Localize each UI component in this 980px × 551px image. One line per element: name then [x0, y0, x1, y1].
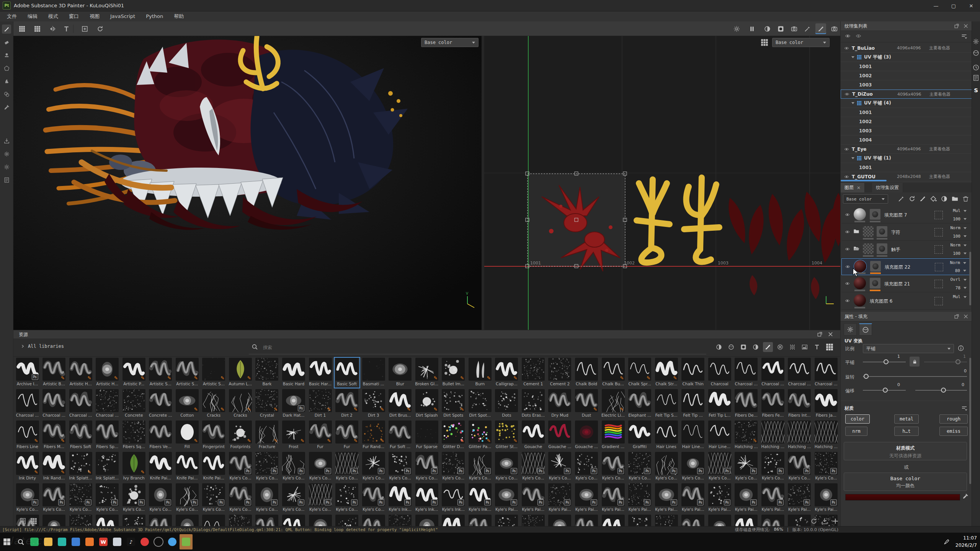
asset-kyle-s-co-[interactable]: Ps Kyle's Co... — [627, 451, 653, 483]
tiling-y-knob[interactable] — [956, 359, 960, 364]
asset-partial[interactable] — [387, 514, 413, 527]
app-qq[interactable] — [56, 534, 69, 549]
asset-dirt-splash[interactable]: ✎ Dirt Splash — [413, 388, 440, 420]
camera-icon[interactable] — [829, 23, 840, 34]
asset-calligrap-[interactable]: ✎ Calligrap... — [493, 357, 520, 388]
asset-kyle-s-co-[interactable]: Ps Kyle's Co... — [121, 483, 147, 514]
shelf-detail-view-icon[interactable] — [30, 518, 37, 525]
history-icon[interactable] — [95, 23, 105, 34]
folder-open-icon[interactable] — [853, 246, 860, 251]
layer-row-触手[interactable]: 触手 Norm100 — [841, 241, 970, 258]
asset-kyle-s-co-[interactable]: Ps Kyle's Co... — [174, 483, 200, 514]
viewport-splitter[interactable] — [482, 36, 484, 330]
material-view-icon[interactable] — [762, 23, 773, 34]
asset-partial[interactable] — [94, 514, 121, 527]
brush-filter-icon[interactable] — [763, 342, 773, 352]
asset-fur-sparse[interactable]: Fur Sparse — [413, 420, 440, 451]
asset-kyle-s-co-[interactable]: Ps Kyle's Co... — [706, 451, 733, 483]
uv-tile-1001[interactable]: 1001 — [841, 163, 972, 172]
magic-wand-icon[interactable] — [802, 23, 813, 34]
asset-charcoal-[interactable]: Charcoal ... — [786, 357, 813, 388]
asset-fibers-soft[interactable]: Fibers Soft — [67, 420, 94, 451]
asset-artistic-b-[interactable]: ✎ Artistic B... — [41, 357, 67, 388]
layer-opacity[interactable]: 100 — [953, 217, 960, 222]
asset-kyle-s-co-[interactable]: Ps Kyle's Co... — [147, 483, 174, 514]
asset-footprints[interactable]: ✎ Footprints — [227, 420, 253, 451]
asset-kyle-s-pai-[interactable]: Ps Kyle's Pai... — [733, 483, 760, 514]
texture-set-shader[interactable]: 主要着色器 — [929, 174, 950, 179]
asset-fur[interactable]: ✎ Fur — [307, 420, 333, 451]
asset-partial[interactable] — [147, 514, 174, 527]
asset-fracture[interactable]: ✎ Fracture — [254, 420, 280, 451]
layer-mask-thumbnail[interactable] — [870, 209, 880, 220]
app-office[interactable] — [83, 534, 96, 549]
asset-dirt-spots[interactable]: ✎ Dirt Spots — [440, 388, 467, 420]
popout-icon[interactable] — [954, 313, 960, 320]
asset-kyle-s-co-[interactable]: Ps Kyle's Co... — [227, 483, 253, 514]
blend-mode[interactable]: Norm — [951, 225, 961, 230]
asset-kyle-s-co-[interactable]: Ps Kyle's Co... — [334, 483, 360, 514]
tiling-x-knob[interactable] — [884, 359, 889, 364]
layer-mask-thumbnail[interactable] — [877, 243, 887, 254]
asset-partial[interactable] — [334, 514, 360, 527]
asset-kyle-s-co-[interactable]: Ps Kyle's Co... — [493, 451, 520, 483]
menu-文件[interactable]: 文件 — [2, 11, 22, 21]
tiling-y-slider[interactable] — [924, 362, 967, 362]
asset-partial[interactable] — [573, 514, 600, 527]
asset-kyle-s-ink-[interactable]: Ps Kyle's Ink... — [467, 483, 493, 514]
asset-partial[interactable] — [280, 514, 307, 527]
texture-list-icon[interactable] — [973, 75, 979, 81]
straighten-icon[interactable] — [61, 23, 72, 34]
asset-dirt-spot-[interactable]: Dirt Spot... — [467, 388, 493, 420]
asset-gouache-[interactable]: Gouache ... — [547, 420, 573, 451]
asset-kyle-s-co-[interactable]: Ps Kyle's Co... — [14, 483, 41, 514]
asset-ivy-branch[interactable]: ✎ Ivy Branch — [121, 451, 147, 483]
app-wps[interactable]: W — [97, 534, 110, 549]
layer-row-填充图层 22[interactable]: 填充图层 22 Norm80 — [841, 258, 970, 275]
asset-fibers-int-[interactable]: Fibers Int... — [786, 388, 813, 420]
menu-窗口[interactable]: 窗口 — [64, 11, 84, 21]
asset-partial[interactable] — [307, 514, 333, 527]
asset-hatching-[interactable]: Hatching ... — [760, 420, 786, 451]
asset-kyle-s-pai-[interactable]: Ps Kyle's Pai... — [653, 483, 679, 514]
camera-film-icon[interactable] — [789, 23, 799, 34]
app-light[interactable] — [111, 534, 124, 549]
asset-partial[interactable] — [653, 514, 679, 527]
asset-dry-mud[interactable]: Dry Mud — [547, 388, 573, 420]
asset-charcoal[interactable]: Charcoal — [706, 357, 733, 388]
asset-ink-rand-[interactable]: ✎ Ink Rand... — [41, 451, 67, 483]
menu-Python[interactable]: Python — [140, 11, 168, 21]
asset-kyle-s-co-[interactable]: Ps Kyle's Co... — [280, 483, 307, 514]
close-button[interactable]: ✕ — [962, 0, 980, 11]
asset-cement-2[interactable]: Cement 2 — [547, 357, 573, 388]
smart-mask-filter-icon[interactable] — [738, 342, 748, 352]
uv-tile-1001[interactable]: 1001 — [841, 108, 972, 117]
blend-mode[interactable]: Mul — [953, 208, 960, 213]
material-picker-tool[interactable] — [2, 103, 11, 112]
rotation-slider[interactable] — [863, 376, 967, 377]
asset-fibers-sp-[interactable]: Fibers Sp... — [94, 420, 121, 451]
paint-grid-icon[interactable] — [16, 23, 27, 34]
chevron-down-icon[interactable] — [851, 102, 854, 104]
replace-icon[interactable] — [909, 196, 915, 202]
asset-cement-1[interactable]: Cement 1 — [520, 357, 546, 388]
asset-partial[interactable] — [254, 514, 280, 527]
shelf-list-view-icon[interactable] — [20, 518, 26, 525]
asset-ink-dirty[interactable]: ✎ Ink Dirty — [14, 451, 41, 483]
asset-kyle-s-pai-[interactable]: Ps Kyle's Pai... — [706, 483, 733, 514]
base-color-swatch[interactable] — [845, 494, 960, 500]
maximize-button[interactable]: ▢ — [945, 0, 962, 11]
asset-electric-li-[interactable]: ✎ Electric Li... — [600, 388, 626, 420]
uv-tile-1003[interactable]: 1003 — [841, 126, 972, 135]
layer-thumbnail[interactable] — [854, 294, 866, 306]
asset-partial[interactable] — [493, 514, 520, 527]
asset-chalk-spr-[interactable]: ✎ Chalk Spr... — [627, 357, 653, 388]
asset-partial[interactable] — [520, 514, 546, 527]
close-icon[interactable] — [963, 23, 969, 29]
add-icon[interactable] — [832, 518, 839, 525]
asset-kyle-s-co-[interactable]: Ps Kyle's Co... — [227, 451, 253, 483]
asset-kyle-s-co-[interactable]: Ps Kyle's Co... — [360, 451, 387, 483]
asset-dust[interactable]: ✎ Dust — [573, 388, 600, 420]
uv-grid-toggle-icon[interactable] — [761, 39, 768, 46]
asset-kyle-s-co-[interactable]: Ps Kyle's Co... — [334, 451, 360, 483]
